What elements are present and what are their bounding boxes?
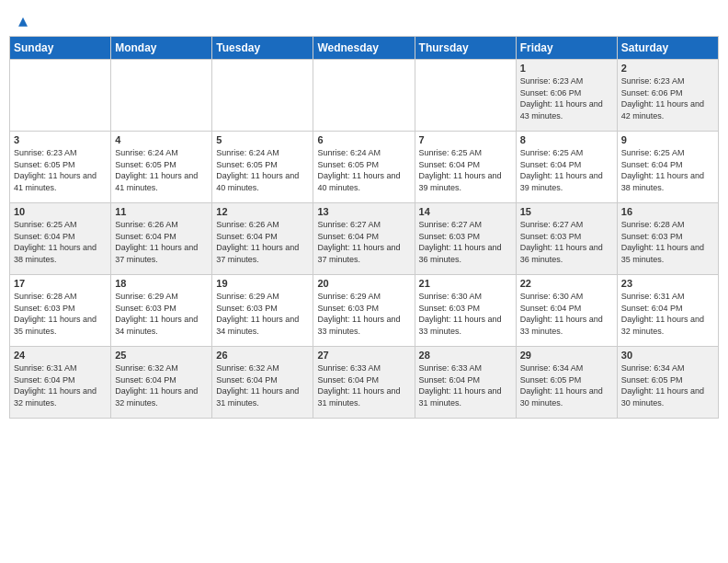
- calendar-cell: 3Sunrise: 6:23 AMSunset: 6:05 PMDaylight…: [10, 132, 111, 203]
- day-info: Sunrise: 6:25 AMSunset: 6:04 PMDaylight:…: [520, 147, 613, 193]
- calendar-cell: 23Sunrise: 6:31 AMSunset: 6:04 PMDayligh…: [617, 275, 718, 347]
- day-number: 20: [317, 278, 410, 289]
- day-info: Sunrise: 6:30 AMSunset: 6:04 PMDaylight:…: [520, 291, 613, 337]
- calendar-cell: 25Sunrise: 6:32 AMSunset: 6:04 PMDayligh…: [111, 347, 212, 419]
- calendar-cell: 14Sunrise: 6:27 AMSunset: 6:03 PMDayligh…: [415, 203, 516, 275]
- calendar-cell: 1Sunrise: 6:23 AMSunset: 6:06 PMDaylight…: [516, 60, 617, 132]
- day-number: 9: [621, 134, 714, 145]
- calendar-cell: [415, 60, 516, 132]
- day-number: 8: [520, 134, 613, 145]
- calendar-week-row: 10Sunrise: 6:25 AMSunset: 6:04 PMDayligh…: [10, 203, 719, 275]
- calendar-week-row: 17Sunrise: 6:28 AMSunset: 6:03 PMDayligh…: [10, 275, 719, 347]
- day-info: Sunrise: 6:23 AMSunset: 6:06 PMDaylight:…: [520, 75, 613, 121]
- calendar-cell: 24Sunrise: 6:31 AMSunset: 6:04 PMDayligh…: [10, 347, 111, 419]
- page-header: ▴: [0, 0, 728, 36]
- day-info: Sunrise: 6:24 AMSunset: 6:05 PMDaylight:…: [216, 147, 309, 193]
- weekday-header-friday: Friday: [516, 37, 617, 60]
- day-number: 6: [317, 134, 410, 145]
- day-number: 29: [520, 350, 613, 361]
- logo: ▴: [18, 9, 28, 31]
- calendar-cell: 27Sunrise: 6:33 AMSunset: 6:04 PMDayligh…: [313, 347, 415, 419]
- day-info: Sunrise: 6:29 AMSunset: 6:03 PMDaylight:…: [216, 291, 309, 337]
- logo-bird-icon: ▴: [18, 10, 28, 30]
- day-number: 25: [115, 350, 208, 361]
- calendar-cell: 19Sunrise: 6:29 AMSunset: 6:03 PMDayligh…: [212, 275, 313, 347]
- day-info: Sunrise: 6:34 AMSunset: 6:05 PMDaylight:…: [621, 362, 714, 408]
- calendar-cell: 10Sunrise: 6:25 AMSunset: 6:04 PMDayligh…: [10, 203, 111, 275]
- calendar-cell: [313, 60, 415, 132]
- calendar-cell: 18Sunrise: 6:29 AMSunset: 6:03 PMDayligh…: [111, 275, 212, 347]
- day-number: 12: [216, 206, 309, 217]
- calendar-cell: 12Sunrise: 6:26 AMSunset: 6:04 PMDayligh…: [212, 203, 313, 275]
- day-info: Sunrise: 6:34 AMSunset: 6:05 PMDaylight:…: [520, 362, 613, 408]
- day-info: Sunrise: 6:26 AMSunset: 6:04 PMDaylight:…: [115, 219, 208, 265]
- calendar-cell: 6Sunrise: 6:24 AMSunset: 6:05 PMDaylight…: [313, 132, 415, 203]
- day-number: 23: [621, 278, 714, 289]
- calendar-cell: 29Sunrise: 6:34 AMSunset: 6:05 PMDayligh…: [516, 347, 617, 419]
- weekday-header-tuesday: Tuesday: [212, 37, 313, 60]
- day-info: Sunrise: 6:27 AMSunset: 6:04 PMDaylight:…: [317, 219, 410, 265]
- day-number: 14: [419, 206, 512, 217]
- day-number: 18: [115, 278, 208, 289]
- weekday-header-sunday: Sunday: [10, 37, 111, 60]
- calendar-cell: 26Sunrise: 6:32 AMSunset: 6:04 PMDayligh…: [212, 347, 313, 419]
- calendar-cell: 28Sunrise: 6:33 AMSunset: 6:04 PMDayligh…: [415, 347, 516, 419]
- calendar-cell: 5Sunrise: 6:24 AMSunset: 6:05 PMDaylight…: [212, 132, 313, 203]
- day-info: Sunrise: 6:29 AMSunset: 6:03 PMDaylight:…: [317, 291, 410, 337]
- day-info: Sunrise: 6:25 AMSunset: 6:04 PMDaylight:…: [14, 219, 107, 265]
- calendar-cell: 20Sunrise: 6:29 AMSunset: 6:03 PMDayligh…: [313, 275, 415, 347]
- day-info: Sunrise: 6:33 AMSunset: 6:04 PMDaylight:…: [317, 362, 410, 408]
- day-info: Sunrise: 6:24 AMSunset: 6:05 PMDaylight:…: [317, 147, 410, 193]
- weekday-header-monday: Monday: [111, 37, 212, 60]
- day-number: 1: [520, 63, 613, 74]
- day-info: Sunrise: 6:25 AMSunset: 6:04 PMDaylight:…: [419, 147, 512, 193]
- day-number: 5: [216, 134, 309, 145]
- day-number: 2: [621, 63, 714, 74]
- weekday-header-row: SundayMondayTuesdayWednesdayThursdayFrid…: [10, 37, 719, 60]
- day-info: Sunrise: 6:32 AMSunset: 6:04 PMDaylight:…: [115, 362, 208, 408]
- day-info: Sunrise: 6:26 AMSunset: 6:04 PMDaylight:…: [216, 219, 309, 265]
- weekday-header-saturday: Saturday: [617, 37, 718, 60]
- day-info: Sunrise: 6:31 AMSunset: 6:04 PMDaylight:…: [14, 362, 107, 408]
- day-info: Sunrise: 6:33 AMSunset: 6:04 PMDaylight:…: [419, 362, 512, 408]
- calendar-cell: 16Sunrise: 6:28 AMSunset: 6:03 PMDayligh…: [617, 203, 718, 275]
- day-info: Sunrise: 6:24 AMSunset: 6:05 PMDaylight:…: [115, 147, 208, 193]
- calendar-cell: 2Sunrise: 6:23 AMSunset: 6:06 PMDaylight…: [617, 60, 718, 132]
- calendar-week-row: 1Sunrise: 6:23 AMSunset: 6:06 PMDaylight…: [10, 60, 719, 132]
- day-info: Sunrise: 6:27 AMSunset: 6:03 PMDaylight:…: [520, 219, 613, 265]
- day-number: 19: [216, 278, 309, 289]
- day-info: Sunrise: 6:28 AMSunset: 6:03 PMDaylight:…: [14, 291, 107, 337]
- day-number: 17: [14, 278, 107, 289]
- day-number: 22: [520, 278, 613, 289]
- day-number: 15: [520, 206, 613, 217]
- calendar-cell: 22Sunrise: 6:30 AMSunset: 6:04 PMDayligh…: [516, 275, 617, 347]
- weekday-header-wednesday: Wednesday: [313, 37, 415, 60]
- calendar-cell: 9Sunrise: 6:25 AMSunset: 6:04 PMDaylight…: [617, 132, 718, 203]
- day-number: 30: [621, 350, 714, 361]
- day-info: Sunrise: 6:29 AMSunset: 6:03 PMDaylight:…: [115, 291, 208, 337]
- day-number: 28: [419, 350, 512, 361]
- calendar-cell: 17Sunrise: 6:28 AMSunset: 6:03 PMDayligh…: [10, 275, 111, 347]
- day-number: 16: [621, 206, 714, 217]
- calendar-cell: 30Sunrise: 6:34 AMSunset: 6:05 PMDayligh…: [617, 347, 718, 419]
- day-number: 26: [216, 350, 309, 361]
- day-number: 21: [419, 278, 512, 289]
- day-info: Sunrise: 6:30 AMSunset: 6:03 PMDaylight:…: [419, 291, 512, 337]
- weekday-header-thursday: Thursday: [415, 37, 516, 60]
- calendar-week-row: 24Sunrise: 6:31 AMSunset: 6:04 PMDayligh…: [10, 347, 719, 419]
- calendar-cell: [10, 60, 111, 132]
- calendar-table: SundayMondayTuesdayWednesdayThursdayFrid…: [9, 36, 719, 419]
- day-info: Sunrise: 6:27 AMSunset: 6:03 PMDaylight:…: [419, 219, 512, 265]
- calendar-cell: 8Sunrise: 6:25 AMSunset: 6:04 PMDaylight…: [516, 132, 617, 203]
- day-info: Sunrise: 6:28 AMSunset: 6:03 PMDaylight:…: [621, 219, 714, 265]
- day-info: Sunrise: 6:25 AMSunset: 6:04 PMDaylight:…: [621, 147, 714, 193]
- calendar-cell: 15Sunrise: 6:27 AMSunset: 6:03 PMDayligh…: [516, 203, 617, 275]
- calendar-cell: 4Sunrise: 6:24 AMSunset: 6:05 PMDaylight…: [111, 132, 212, 203]
- day-info: Sunrise: 6:23 AMSunset: 6:06 PMDaylight:…: [621, 75, 714, 121]
- calendar-cell: 21Sunrise: 6:30 AMSunset: 6:03 PMDayligh…: [415, 275, 516, 347]
- day-info: Sunrise: 6:31 AMSunset: 6:04 PMDaylight:…: [621, 291, 714, 337]
- day-number: 4: [115, 134, 208, 145]
- calendar-cell: [212, 60, 313, 132]
- day-number: 11: [115, 206, 208, 217]
- calendar-cell: 11Sunrise: 6:26 AMSunset: 6:04 PMDayligh…: [111, 203, 212, 275]
